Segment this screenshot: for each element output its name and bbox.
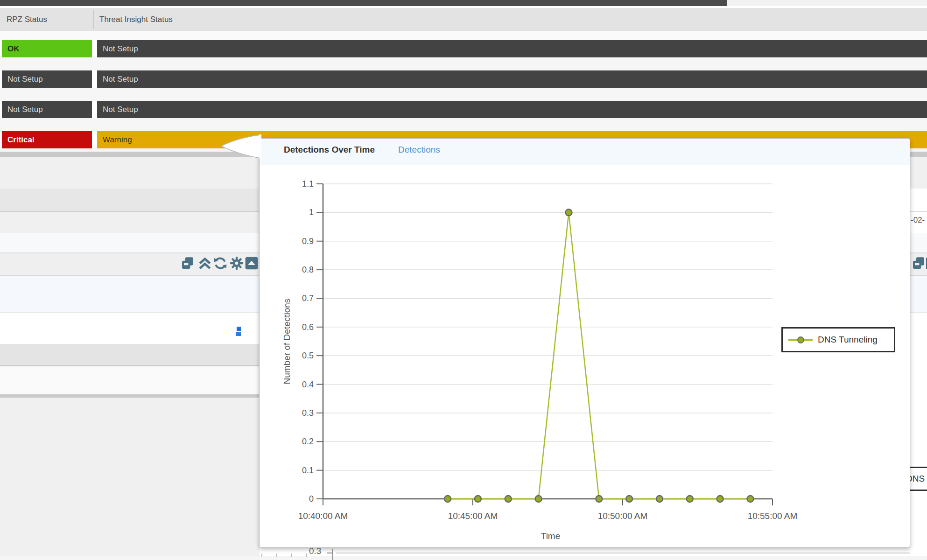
underlying-tick <box>306 553 307 557</box>
svg-text:1.1: 1.1 <box>302 179 314 189</box>
svg-text:0: 0 <box>309 494 314 504</box>
band <box>0 88 927 101</box>
header-column-divider <box>93 10 94 29</box>
rpz-status-cell[interactable]: Not Setup <box>2 101 92 118</box>
svg-text:1: 1 <box>309 208 314 217</box>
date-text-fragment: -02- <box>911 216 925 225</box>
detections-popup: Detections Over Time Detections 00.10.20… <box>259 138 910 548</box>
svg-text:0.3: 0.3 <box>302 408 314 418</box>
top-dark-bar <box>0 0 727 6</box>
band <box>0 313 260 344</box>
svg-text:Number of Detections: Number of Detections <box>282 299 292 385</box>
underlying-axis-line <box>332 549 333 560</box>
svg-text:0.1: 0.1 <box>302 466 314 475</box>
svg-text:10:50:00 AM: 10:50:00 AM <box>598 511 648 521</box>
band <box>0 344 260 365</box>
blue-link-icon[interactable] <box>237 327 241 331</box>
rpz-status-cell[interactable]: OK <box>2 40 92 57</box>
legend-series-marker <box>788 336 813 343</box>
legend-series-label: DNS Tunneling <box>818 335 878 345</box>
svg-text:0.6: 0.6 <box>302 322 314 332</box>
svg-text:0.5: 0.5 <box>302 351 314 360</box>
underlying-gridline <box>336 553 910 553</box>
divider-bar <box>0 394 260 398</box>
chart-legend[interactable]: DNS Tunneling <box>781 327 895 352</box>
top-bar-right <box>727 0 927 6</box>
collapse-up-icon[interactable] <box>197 256 212 271</box>
column-header-rpz-status: RPZ Status <box>7 8 47 31</box>
underlying-tick <box>261 553 262 557</box>
svg-text:10:55:00 AM: 10:55:00 AM <box>748 511 798 521</box>
rpz-status-cell[interactable]: Not Setup <box>2 70 92 88</box>
copy-icon[interactable] <box>180 256 195 271</box>
band <box>0 398 260 556</box>
svg-text:10:40:00 AM: 10:40:00 AM <box>298 511 348 521</box>
band <box>0 118 927 131</box>
svg-text:0.4: 0.4 <box>302 380 314 389</box>
threat-status-cell[interactable]: Not Setup <box>97 101 927 118</box>
settings-gear-icon[interactable] <box>229 256 244 271</box>
underlying-tick <box>291 553 292 557</box>
threat-status-cell[interactable]: Not Setup <box>97 40 927 57</box>
svg-text:0.8: 0.8 <box>302 265 314 274</box>
svg-text:0.2: 0.2 <box>302 437 314 446</box>
blue-link-icon[interactable] <box>236 332 241 336</box>
svg-text:0.7: 0.7 <box>302 294 314 303</box>
rpz-status-cell[interactable]: Critical <box>2 131 92 148</box>
band <box>0 31 927 40</box>
threat-status-cell[interactable]: Not Setup <box>97 70 927 88</box>
underlying-tick <box>276 553 277 557</box>
svg-text:0.9: 0.9 <box>302 237 314 246</box>
right-edge-white-panel <box>910 189 927 211</box>
svg-text:Time: Time <box>541 531 561 541</box>
svg-text:10:45:00 AM: 10:45:00 AM <box>448 511 498 521</box>
column-header-threat-insight-status: Threat Insight Status <box>99 8 173 31</box>
refresh-icon[interactable] <box>213 256 228 271</box>
band <box>0 57 927 70</box>
copy-icon[interactable] <box>911 256 926 271</box>
band <box>0 366 260 394</box>
bottom-strip <box>0 556 927 560</box>
popup-callout-tail <box>218 133 261 161</box>
panel-collapse-icon[interactable] <box>244 256 259 271</box>
dashboard-root: { "status_table": { "headers": ["RPZ Sta… <box>0 0 927 560</box>
